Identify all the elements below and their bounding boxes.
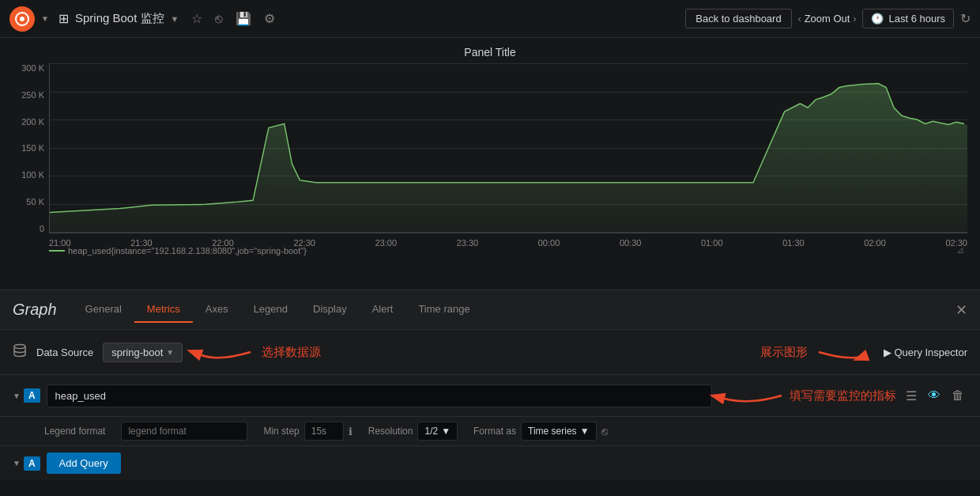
legend-color-swatch bbox=[49, 250, 65, 252]
top-navigation: ▼ ⊞ Spring Boot 监控 ▼ ☆ ⎋ 💾 ⚙ Back to das… bbox=[0, 0, 980, 38]
datasource-annotation: 选择数据源 bbox=[195, 338, 321, 366]
query-row-a: ▼ A 填写需要监控的指标 ☰ 👁 bbox=[0, 374, 980, 416]
chart-svg bbox=[50, 63, 967, 233]
settings-button[interactable]: ⚙ bbox=[264, 11, 275, 26]
y-axis: 300 K 250 K 200 K 150 K 100 K 50 K 0 bbox=[13, 63, 49, 233]
time-range-label: Last 6 hours bbox=[888, 13, 945, 25]
y-label-50k: 50 K bbox=[26, 197, 44, 206]
format-share-icon[interactable]: ⎋ bbox=[601, 425, 608, 437]
app-logo[interactable] bbox=[9, 6, 35, 32]
query-delete-button[interactable]: 🗑 bbox=[948, 385, 967, 406]
x-label-0000: 00:00 bbox=[538, 238, 560, 248]
query-bar: Data Source spring-boot ▼ 选择数据源 bbox=[0, 329, 980, 374]
zoom-right-arrow[interactable]: › bbox=[853, 13, 856, 25]
query-inspector-annotation-text: 展示图形 bbox=[760, 345, 808, 360]
y-label-100k: 100 K bbox=[21, 170, 44, 180]
metric-annotation: 填写需要监控的指标 bbox=[718, 381, 896, 410]
editor-header: Graph General Metrics Axes Legend Displa… bbox=[0, 290, 980, 329]
metric-arrow-svg bbox=[718, 381, 790, 410]
chart-area: Panel Title 300 K 250 K 200 K 150 K 100 … bbox=[0, 38, 980, 290]
chart-area-fill bbox=[50, 83, 967, 233]
resolution-select[interactable]: 1/2 ▼ bbox=[417, 422, 458, 441]
y-label-300k: 300 K bbox=[21, 63, 44, 73]
toggle-arrow: ▼ bbox=[13, 392, 21, 400]
query-row-label-a: A bbox=[24, 388, 40, 403]
min-step-label: Min step bbox=[263, 426, 299, 437]
chart-legend: heap_used{instance="192.168.2.138:8080",… bbox=[49, 246, 307, 256]
add-query-toggle: ▼ A bbox=[13, 456, 40, 471]
x-label-0200: 02:00 bbox=[864, 238, 886, 248]
add-query-row: ▼ A Add Query bbox=[0, 445, 980, 480]
resolution-value: 1/2 bbox=[424, 426, 438, 437]
logo-dropdown[interactable]: ▼ bbox=[38, 6, 52, 32]
clock-icon: 🕐 bbox=[871, 13, 884, 25]
datasource-label: Data Source bbox=[36, 346, 93, 358]
x-label-2300: 23:00 bbox=[375, 238, 398, 248]
resolution-group: Resolution 1/2 ▼ bbox=[368, 422, 458, 441]
chart-wrapper: 300 K 250 K 200 K 150 K 100 K 50 K 0 bbox=[13, 63, 967, 257]
zoom-area: ‹ Zoom Out › bbox=[798, 13, 857, 25]
query-inspector-annotation: 展示图形 bbox=[760, 338, 874, 366]
title-dropdown-arrow[interactable]: ▼ bbox=[171, 14, 179, 24]
chart-inner bbox=[49, 63, 967, 233]
svg-point-2 bbox=[14, 344, 25, 348]
dashboard-title: Spring Boot 监控 bbox=[75, 11, 164, 26]
metric-annotation-text: 填写需要监控的指标 bbox=[790, 388, 896, 403]
x-label-0130: 01:30 bbox=[782, 238, 805, 248]
query-inspector-arrow-svg bbox=[811, 338, 874, 366]
legend-options-row: Legend format Min step ℹ Resolution 1/2 … bbox=[0, 416, 980, 445]
format-as-select[interactable]: Time series ▼ bbox=[521, 422, 596, 441]
resolution-dropdown-arrow: ▼ bbox=[441, 426, 450, 437]
share-button[interactable]: ⎋ bbox=[215, 12, 223, 26]
add-query-button[interactable]: Add Query bbox=[47, 452, 121, 474]
metric-input[interactable] bbox=[47, 384, 712, 407]
tab-alert[interactable]: Alert bbox=[360, 297, 406, 323]
y-label-250k: 250 K bbox=[21, 90, 44, 100]
tab-legend[interactable]: Legend bbox=[241, 297, 300, 323]
zoom-left-arrow[interactable]: ‹ bbox=[798, 13, 801, 25]
nav-icons: ☆ ⎋ 💾 ⚙ bbox=[191, 11, 275, 26]
query-inspector-button[interactable]: ▶ Query Inspector bbox=[884, 346, 968, 358]
chart-title: Panel Title bbox=[13, 46, 967, 59]
save-button[interactable]: 💾 bbox=[236, 11, 251, 26]
query-toggle-visibility-button[interactable]: 👁 bbox=[925, 385, 944, 406]
resolution-label: Resolution bbox=[368, 426, 413, 437]
x-label-0100: 01:00 bbox=[701, 238, 723, 248]
nav-title-area: ⊞ Spring Boot 监控 ▼ bbox=[58, 11, 179, 26]
y-label-0: 0 bbox=[40, 224, 44, 233]
svg-point-1 bbox=[20, 17, 24, 21]
back-to-dashboard-button[interactable]: Back to dashboard bbox=[685, 9, 791, 28]
tab-general[interactable]: General bbox=[73, 297, 134, 323]
time-range-button[interactable]: 🕐 Last 6 hours bbox=[862, 9, 954, 28]
chart-resize-handle[interactable]: ⊿ bbox=[956, 244, 964, 256]
star-button[interactable]: ☆ bbox=[191, 11, 202, 26]
query-inspector-label: Query Inspector bbox=[895, 346, 968, 358]
query-options-button[interactable]: ☰ bbox=[903, 385, 920, 407]
query-bar-container: Data Source spring-boot ▼ 选择数据源 bbox=[0, 329, 980, 445]
add-query-label-a: A bbox=[24, 456, 40, 471]
editor-title: Graph bbox=[13, 301, 57, 319]
tab-time-range[interactable]: Time range bbox=[405, 297, 482, 323]
tab-metrics[interactable]: Metrics bbox=[134, 297, 193, 323]
refresh-button[interactable]: ↻ bbox=[960, 11, 971, 26]
format-as-label: Format as bbox=[473, 426, 516, 437]
format-as-group: Format as Time series ▼ ⎋ bbox=[473, 422, 607, 441]
datasource-dropdown-arrow: ▼ bbox=[166, 348, 174, 357]
min-step-input[interactable] bbox=[304, 422, 344, 441]
x-label-0030: 00:30 bbox=[620, 238, 642, 248]
tab-axes[interactable]: Axes bbox=[193, 297, 241, 323]
database-icon bbox=[13, 343, 27, 362]
tab-display[interactable]: Display bbox=[300, 297, 360, 323]
format-as-dropdown-arrow: ▼ bbox=[580, 426, 590, 437]
datasource-arrow-svg bbox=[195, 338, 258, 366]
legend-format-input[interactable] bbox=[121, 422, 247, 441]
info-icon: ℹ bbox=[349, 426, 352, 437]
datasource-annotation-text: 选择数据源 bbox=[262, 345, 321, 360]
datasource-value: spring-boot bbox=[111, 346, 163, 358]
editor-close-button[interactable]: ✕ bbox=[956, 301, 967, 319]
query-inspector-arrow: ▶ bbox=[884, 346, 891, 358]
datasource-select[interactable]: spring-boot ▼ bbox=[103, 343, 183, 362]
query-toggle[interactable]: ▼ A bbox=[13, 388, 40, 403]
min-step-group: Min step ℹ bbox=[263, 422, 352, 441]
y-label-200k: 200 K bbox=[21, 117, 44, 127]
